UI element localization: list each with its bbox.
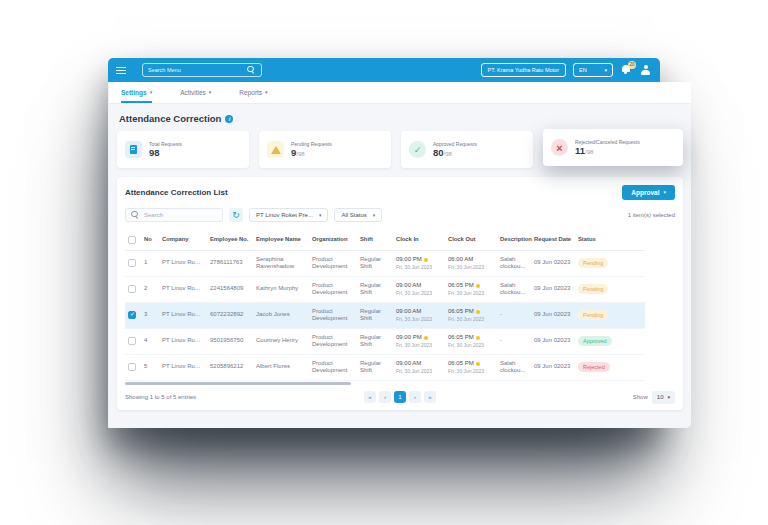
column-header: Status bbox=[575, 230, 645, 250]
table-row[interactable]: 3 PT Linov Ro... 6072232892 Jacob Jones … bbox=[125, 302, 645, 328]
cell-company: PT Linov Ro... bbox=[159, 328, 207, 354]
select-all-checkbox[interactable] bbox=[128, 236, 136, 244]
tab-label: Settings bbox=[121, 89, 147, 96]
cell-no: 5 bbox=[141, 354, 159, 380]
column-header: Organization bbox=[309, 230, 357, 250]
menu-search-input[interactable]: Search Menu bbox=[142, 63, 262, 77]
sub-navigation: Settings ▾ Activities ▾ Reports ▾ bbox=[109, 82, 691, 104]
search-placeholder: Search bbox=[144, 212, 163, 218]
row-checkbox[interactable] bbox=[128, 363, 136, 371]
main-area: Settings ▾ Activities ▾ Reports ▾ bbox=[109, 82, 691, 428]
cell-no: 3 bbox=[141, 302, 159, 328]
cell-description: Salah clockou... bbox=[497, 276, 531, 302]
page-title: Attendance Correction bbox=[119, 113, 221, 124]
cell-employee-name: Seraphina Ravenshadow bbox=[253, 250, 309, 276]
panel-title: Attendance Correction List bbox=[125, 188, 228, 197]
filter-row: Search ↻ PT Linov Roket Pre... ▾ All Sta… bbox=[125, 208, 675, 222]
menu-icon[interactable] bbox=[116, 65, 126, 75]
cell-no: 2 bbox=[141, 276, 159, 302]
tab-label: Reports bbox=[239, 89, 262, 96]
refresh-button[interactable]: ↻ bbox=[229, 208, 243, 222]
attendance-table: NoCompanyEmployee No.Employee NameOrgani… bbox=[125, 230, 645, 381]
prev-page-button[interactable]: ‹ bbox=[379, 391, 391, 403]
cell-description: Salah clockou... bbox=[497, 250, 531, 276]
table-row[interactable]: 2 PT Linov Ro... 2241564809 Kathryn Murp… bbox=[125, 276, 645, 302]
cross-circle-icon bbox=[551, 139, 568, 156]
user-avatar[interactable] bbox=[640, 64, 652, 76]
status-badge: Rejected bbox=[578, 362, 610, 373]
column-header: Company bbox=[159, 230, 207, 250]
stat-label: Pending Requests bbox=[291, 141, 332, 147]
notification-badge: 20 bbox=[628, 61, 636, 69]
cell-employee-no: 2786111763 bbox=[207, 250, 253, 276]
last-page-button[interactable]: » bbox=[424, 391, 436, 403]
status-badge: Pending bbox=[578, 310, 608, 321]
selected-count-label: 1 item(s) selected bbox=[628, 212, 675, 218]
approval-button[interactable]: Approval ▾ bbox=[622, 185, 675, 200]
column-header: Clock In bbox=[393, 230, 445, 250]
info-icon[interactable]: i bbox=[225, 115, 233, 123]
row-checkbox[interactable] bbox=[128, 311, 136, 319]
column-header: No bbox=[141, 230, 159, 250]
cell-clock-out: 06:05 PM Fri, 30 Jun 2023 bbox=[445, 354, 497, 380]
company-selector-button[interactable]: PT. Krama Yudha Ratu Motor bbox=[481, 63, 566, 77]
cell-organization: Product Development bbox=[309, 302, 357, 328]
status-badge: Pending bbox=[578, 284, 608, 295]
warning-icon bbox=[267, 141, 284, 158]
status-filter-dropdown[interactable]: All Status ▾ bbox=[334, 208, 382, 222]
notifications-button[interactable]: 20 bbox=[620, 64, 633, 77]
cell-shift: Regular Shift bbox=[357, 276, 393, 302]
table-row[interactable]: 4 PT Linov Ro... 9501956750 Courtney Hen… bbox=[125, 328, 645, 354]
cell-description: Salah clockou... bbox=[497, 354, 531, 380]
row-checkbox[interactable] bbox=[128, 337, 136, 345]
cell-company: PT Linov Ro... bbox=[159, 302, 207, 328]
column-header: Shift bbox=[357, 230, 393, 250]
tab-reports[interactable]: Reports ▾ bbox=[239, 89, 267, 103]
cell-clock-in: 09:00 AM Fri, 30 Jun 2023 bbox=[393, 354, 445, 380]
cell-clock-in: 09:00 AM Fri, 30 Jun 2023 bbox=[393, 302, 445, 328]
chevron-down-icon: ▾ bbox=[150, 90, 153, 95]
attendance-correction-panel: Attendance Correction List Approval ▾ Se… bbox=[117, 177, 683, 410]
chevron-down-icon: ▾ bbox=[667, 395, 670, 400]
table-row[interactable]: 5 PT Linov Ro... 5205896212 Albert Flore… bbox=[125, 354, 645, 380]
corrected-indicator-icon bbox=[476, 362, 480, 366]
cell-employee-name: Kathryn Murphy bbox=[253, 276, 309, 302]
stat-total: /98 bbox=[296, 151, 304, 157]
column-header: Description bbox=[497, 230, 531, 250]
table-row[interactable]: 1 PT Linov Ro... 2786111763 Seraphina Ra… bbox=[125, 250, 645, 276]
tab-settings[interactable]: Settings ▾ bbox=[121, 89, 152, 103]
cell-organization: Product Development bbox=[309, 328, 357, 354]
page-size-selector[interactable]: 10 ▾ bbox=[652, 391, 675, 404]
cell-clock-out: 06:00 AM Fri, 30 Jun 2023 bbox=[445, 250, 497, 276]
tab-activities[interactable]: Activities ▾ bbox=[180, 89, 211, 103]
page-1-button[interactable]: 1 bbox=[394, 391, 406, 403]
first-page-button[interactable]: « bbox=[364, 391, 376, 403]
horizontal-scrollbar[interactable] bbox=[125, 382, 351, 385]
corrected-indicator-icon bbox=[476, 336, 480, 340]
chevron-down-icon: ▾ bbox=[604, 68, 607, 73]
stat-total: /98 bbox=[444, 151, 452, 157]
stat-total-requests: Total Requests 98 bbox=[117, 131, 249, 168]
cell-clock-in: 09:00 PM Fri, 30 Jun 2023 bbox=[393, 328, 445, 354]
top-bar-right: PT. Krama Yudha Ratu Motor EN ▾ 20 bbox=[481, 63, 652, 77]
row-checkbox[interactable] bbox=[128, 285, 136, 293]
cell-status: Approved bbox=[575, 328, 645, 354]
stat-pending-requests: Pending Requests 9/98 bbox=[259, 131, 391, 168]
language-selector[interactable]: EN ▾ bbox=[573, 63, 613, 77]
stat-cards: Total Requests 98 Pending Requests 9/98 bbox=[117, 131, 683, 168]
next-page-button[interactable]: › bbox=[409, 391, 421, 403]
cell-clock-out: 06:05 PM Fri, 30 Jun 2023 bbox=[445, 328, 497, 354]
pagination: « ‹ 1 › » bbox=[364, 391, 436, 403]
cell-employee-name: Albert Flores bbox=[253, 354, 309, 380]
cell-no: 4 bbox=[141, 328, 159, 354]
top-bar: Search Menu PT. Krama Yudha Ratu Motor E… bbox=[108, 58, 660, 82]
cell-description: - bbox=[497, 302, 531, 328]
company-filter-dropdown[interactable]: PT Linov Roket Pre... ▾ bbox=[249, 208, 328, 222]
cell-employee-no: 2241564809 bbox=[207, 276, 253, 302]
table-search-input[interactable]: Search bbox=[125, 208, 223, 222]
column-header: Request Date bbox=[531, 230, 575, 250]
cell-employee-no: 6072232892 bbox=[207, 302, 253, 328]
row-checkbox[interactable] bbox=[128, 259, 136, 267]
chevron-down-icon: ▾ bbox=[373, 213, 376, 218]
table-container: NoCompanyEmployee No.Employee NameOrgani… bbox=[125, 230, 675, 385]
